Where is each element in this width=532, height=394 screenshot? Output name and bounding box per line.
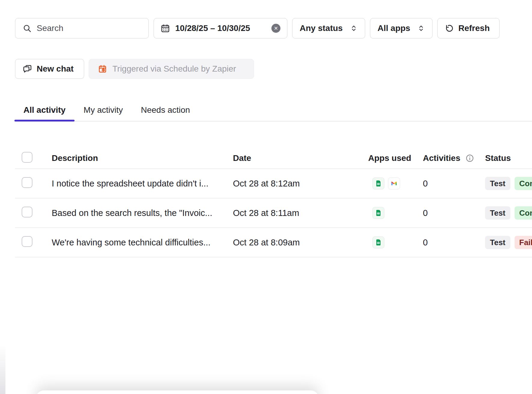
bottom-card-shadow xyxy=(36,390,319,394)
activity-tabs: All activity My activity Needs action xyxy=(14,99,532,122)
row-checkbox[interactable] xyxy=(22,207,32,217)
refresh-label: Refresh xyxy=(458,23,490,33)
apps-filter-label: All apps xyxy=(378,23,410,33)
table-row[interactable]: I notice the spreadsheet update didn't i… xyxy=(15,169,532,199)
trigger-filter-label: Triggered via Schedule by Zapier xyxy=(112,64,236,74)
google-sheets-icon xyxy=(372,177,384,189)
header-activities-label: Activities xyxy=(423,153,460,163)
apps-filter-dropdown[interactable]: All apps xyxy=(370,18,433,38)
row-checkbox-cell xyxy=(15,207,52,220)
table-row[interactable]: Based on the search results, the "Invoic… xyxy=(15,199,532,228)
row-status-cell: Test Completed xyxy=(485,177,532,190)
status-badge: Failed xyxy=(515,236,532,249)
toolbar: 10/28/25 – 10/30/25 ✕ Any status All app… xyxy=(15,18,500,38)
header-status: Status xyxy=(485,153,532,163)
date-range-label: 10/28/25 – 10/30/25 xyxy=(175,23,267,33)
row-description: I notice the spreadsheet update didn't i… xyxy=(52,179,233,189)
google-sheets-icon xyxy=(372,207,384,219)
header-checkbox-cell xyxy=(15,152,52,165)
tab-label: My activity xyxy=(84,105,123,115)
search-box[interactable] xyxy=(15,18,149,38)
tab-all-activity[interactable]: All activity xyxy=(14,99,75,121)
google-sheets-icon xyxy=(372,236,384,248)
calendar-icon xyxy=(161,23,170,33)
row-date: Oct 28 at 8:11am xyxy=(233,208,368,218)
row-date: Oct 28 at 8:12am xyxy=(233,179,368,189)
row-checkbox[interactable] xyxy=(22,177,32,188)
gmail-icon xyxy=(388,177,400,189)
status-badge: Completed xyxy=(515,206,532,220)
tab-label: Needs action xyxy=(141,105,190,115)
status-filter-label: Any status xyxy=(300,23,343,33)
chat-bubbles-icon xyxy=(23,64,32,74)
activity-table: Description Date Apps used Activities St… xyxy=(15,148,532,257)
header-date: Date xyxy=(233,153,368,163)
mode-badge: Test xyxy=(485,177,510,190)
row-activities-count: 0 xyxy=(423,208,485,218)
status-filter-dropdown[interactable]: Any status xyxy=(292,18,365,38)
row-checkbox-cell xyxy=(15,177,52,190)
row-description: We're having some technical difficulties… xyxy=(52,238,233,248)
table-row[interactable]: We're having some technical difficulties… xyxy=(15,228,532,257)
new-chat-label: New chat xyxy=(37,64,74,74)
clear-date-button[interactable]: ✕ xyxy=(271,24,280,33)
row-checkbox-cell xyxy=(15,236,52,249)
status-badge: Completed xyxy=(515,177,532,190)
new-chat-button[interactable]: New chat xyxy=(15,59,84,79)
row-description: Based on the search results, the "Invoic… xyxy=(52,208,233,218)
chevron-updown-icon xyxy=(417,24,425,32)
schedule-by-zapier-icon xyxy=(98,64,107,73)
row-apps-used xyxy=(368,236,423,248)
row-status-cell: Test Failed xyxy=(485,236,532,249)
row-activities-count: 0 xyxy=(423,238,485,248)
select-all-checkbox[interactable] xyxy=(22,152,32,163)
header-apps-used: Apps used xyxy=(368,153,423,163)
date-range-button[interactable]: 10/28/25 – 10/30/25 ✕ xyxy=(154,18,287,38)
info-circle-icon[interactable] xyxy=(465,154,474,163)
refresh-icon xyxy=(445,24,454,33)
activity-page: 10/28/25 – 10/30/25 ✕ Any status All app… xyxy=(0,0,532,394)
header-activities: Activities xyxy=(423,153,485,163)
search-icon xyxy=(23,24,32,33)
mode-badge: Test xyxy=(485,236,510,249)
row-status-cell: Test Completed xyxy=(485,206,532,220)
refresh-button[interactable]: Refresh xyxy=(437,18,500,38)
mode-badge: Test xyxy=(485,206,510,220)
window-corner-sliver xyxy=(0,344,5,394)
trigger-filter-chip[interactable]: Triggered via Schedule by Zapier xyxy=(89,59,254,79)
tab-my-activity[interactable]: My activity xyxy=(75,99,132,121)
header-description: Description xyxy=(52,153,233,163)
row-activities-count: 0 xyxy=(423,179,485,189)
row-checkbox[interactable] xyxy=(22,236,32,247)
tab-label: All activity xyxy=(23,105,66,115)
search-input[interactable] xyxy=(37,23,145,33)
chevron-updown-icon xyxy=(350,24,358,32)
row-apps-used xyxy=(368,207,423,219)
actions-row: New chat Triggered via Schedule by Zapie… xyxy=(15,59,254,79)
tab-needs-action[interactable]: Needs action xyxy=(132,99,199,121)
table-header-row: Description Date Apps used Activities St… xyxy=(15,148,532,169)
row-date: Oct 28 at 8:09am xyxy=(233,238,368,248)
row-apps-used xyxy=(368,177,423,189)
